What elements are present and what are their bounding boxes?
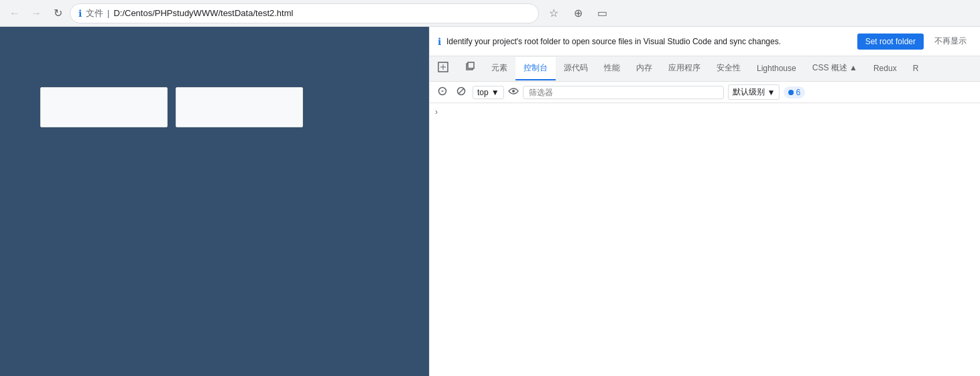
tab-sources[interactable]: 源代码: [556, 57, 596, 80]
page-box-2: [176, 87, 303, 127]
tab-css-overview[interactable]: CSS 概述 ▲: [804, 57, 865, 80]
url-display[interactable]: D:/Centos/PHPstudyWWW/testData/test2.htm…: [113, 8, 530, 18]
tab-application-label: 应用程序: [668, 62, 700, 74]
context-dropdown-icon: ▼: [491, 88, 499, 97]
clear-icon: [438, 86, 447, 98]
devtools-panel: ℹ Identify your project's root folder to…: [429, 27, 980, 376]
main-layout: ℹ Identify your project's root folder to…: [0, 27, 980, 376]
page-boxes-row: [40, 87, 303, 127]
tab-css-overview-label: CSS 概述 ▲: [812, 62, 857, 74]
context-selector[interactable]: top ▼: [473, 86, 504, 99]
tab-security[interactable]: 安全性: [709, 57, 749, 80]
console-arrow[interactable]: ›: [435, 107, 438, 117]
tab-more[interactable]: R: [905, 58, 927, 80]
file-label: 文件: [86, 7, 103, 19]
block-button[interactable]: [454, 85, 469, 100]
tab-performance-label: 性能: [604, 62, 620, 74]
dismiss-button[interactable]: 不再显示: [929, 32, 972, 50]
console-toolbar: top ▼ 默认级别 ▼ 6: [430, 82, 980, 103]
webpage-content: [0, 27, 429, 376]
banner-text: Identify your project's root folder to o…: [446, 37, 852, 46]
address-separator: |: [107, 8, 109, 18]
tab-lighthouse[interactable]: Lighthouse: [749, 58, 804, 80]
tab-more-label: R: [913, 64, 919, 73]
bookmark-button[interactable]: ☆: [544, 4, 563, 23]
tab-application[interactable]: 应用程序: [660, 57, 709, 80]
svg-point-7: [512, 90, 515, 92]
context-label: top: [477, 88, 489, 97]
tab-console-label: 控制台: [524, 62, 548, 74]
console-content: ›: [430, 103, 980, 376]
tab-copy[interactable]: [456, 56, 483, 81]
copy-icon: [465, 62, 475, 74]
svg-rect-4: [442, 90, 444, 92]
error-count-badge[interactable]: 6: [784, 86, 805, 99]
info-banner: ℹ Identify your project's root folder to…: [430, 27, 980, 56]
error-count: 6: [796, 88, 800, 97]
extensions-button[interactable]: ⊕: [568, 4, 587, 23]
tab-redux[interactable]: Redux: [865, 58, 905, 80]
tab-performance[interactable]: 性能: [596, 57, 628, 80]
banner-info-icon: ℹ: [438, 36, 441, 47]
address-bar[interactable]: ℹ 文件 | D:/Centos/PHPstudyWWW/testData/te…: [70, 3, 539, 23]
filter-input[interactable]: [523, 86, 724, 99]
browser-chrome: ← → ↻ ℹ 文件 | D:/Centos/PHPstudyWWW/testD…: [0, 0, 980, 27]
tab-elements-label: 元素: [491, 62, 507, 74]
level-label: 默认级别: [733, 86, 765, 98]
level-dropdown-icon: ▼: [768, 88, 776, 97]
page-box-1: [40, 87, 168, 127]
log-level-selector[interactable]: 默认级别 ▼: [728, 84, 780, 100]
error-dot: [788, 90, 794, 95]
tab-memory-label: 内存: [636, 62, 652, 74]
svg-line-6: [458, 88, 464, 94]
tab-sources-label: 源代码: [564, 62, 588, 74]
page-info-icon: ℹ: [78, 8, 82, 19]
eye-icon[interactable]: [508, 86, 519, 99]
menu-button[interactable]: ▭: [593, 4, 611, 23]
tab-redux-label: Redux: [873, 64, 897, 73]
tab-console[interactable]: 控制台: [515, 57, 556, 80]
clear-console-button[interactable]: [435, 85, 450, 100]
tab-lighthouse-label: Lighthouse: [757, 64, 796, 73]
block-icon: [456, 86, 466, 98]
tab-elements[interactable]: 元素: [483, 57, 515, 80]
tab-inspect[interactable]: [430, 56, 456, 81]
back-button[interactable]: ←: [5, 4, 24, 23]
reload-button[interactable]: ↻: [48, 4, 67, 23]
tab-security-label: 安全性: [717, 62, 741, 74]
forward-button[interactable]: →: [27, 4, 46, 23]
svg-rect-2: [468, 62, 474, 68]
tab-memory[interactable]: 内存: [628, 57, 660, 80]
devtools-tabs: 元素 控制台 源代码 性能 内存 应用程序 安全性 Lighthouse: [430, 56, 980, 82]
inspect-icon: [438, 62, 448, 74]
set-root-button[interactable]: Set root folder: [857, 34, 924, 50]
